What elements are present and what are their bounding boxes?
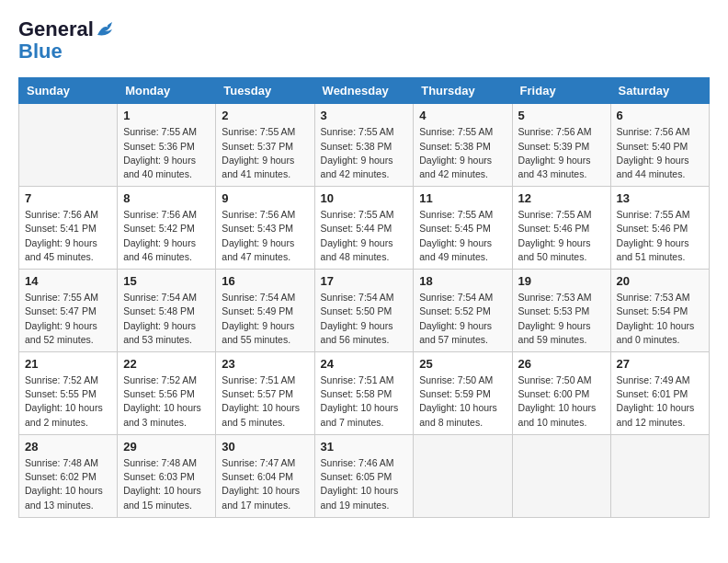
day-number: 24 bbox=[321, 357, 408, 371]
col-header-sunday: Sunday bbox=[19, 78, 118, 104]
day-info: Sunrise: 7:52 AM Sunset: 5:56 PM Dayligh… bbox=[123, 373, 210, 430]
col-header-friday: Friday bbox=[512, 78, 610, 104]
calendar-table: SundayMondayTuesdayWednesdayThursdayFrid… bbox=[18, 77, 710, 517]
week-row-5: 28Sunrise: 7:48 AM Sunset: 6:02 PM Dayli… bbox=[19, 434, 710, 517]
calendar-cell bbox=[19, 104, 118, 187]
day-number: 20 bbox=[617, 274, 703, 288]
day-info: Sunrise: 7:54 AM Sunset: 5:49 PM Dayligh… bbox=[222, 291, 308, 347]
calendar-cell: 12Sunrise: 7:55 AM Sunset: 5:46 PM Dayli… bbox=[512, 187, 610, 270]
day-number: 12 bbox=[518, 191, 605, 205]
day-info: Sunrise: 7:53 AM Sunset: 5:54 PM Dayligh… bbox=[617, 291, 703, 347]
day-info: Sunrise: 7:50 AM Sunset: 5:59 PM Dayligh… bbox=[419, 373, 506, 430]
day-number: 16 bbox=[222, 274, 308, 288]
day-info: Sunrise: 7:47 AM Sunset: 6:04 PM Dayligh… bbox=[222, 456, 308, 512]
day-info: Sunrise: 7:55 AM Sunset: 5:44 PM Dayligh… bbox=[321, 208, 408, 264]
calendar-cell: 7Sunrise: 7:56 AM Sunset: 5:41 PM Daylig… bbox=[19, 187, 118, 270]
calendar-cell: 2Sunrise: 7:55 AM Sunset: 5:37 PM Daylig… bbox=[216, 104, 314, 187]
day-info: Sunrise: 7:56 AM Sunset: 5:42 PM Dayligh… bbox=[123, 208, 210, 264]
day-info: Sunrise: 7:55 AM Sunset: 5:45 PM Dayligh… bbox=[419, 208, 506, 264]
day-info: Sunrise: 7:55 AM Sunset: 5:38 PM Dayligh… bbox=[321, 125, 408, 181]
calendar-cell: 27Sunrise: 7:49 AM Sunset: 6:01 PM Dayli… bbox=[610, 352, 709, 435]
day-info: Sunrise: 7:55 AM Sunset: 5:37 PM Dayligh… bbox=[222, 125, 308, 181]
day-number: 14 bbox=[25, 274, 111, 288]
col-header-thursday: Thursday bbox=[414, 78, 512, 104]
calendar-cell: 20Sunrise: 7:53 AM Sunset: 5:54 PM Dayli… bbox=[610, 270, 709, 352]
day-info: Sunrise: 7:55 AM Sunset: 5:38 PM Dayligh… bbox=[419, 125, 506, 181]
day-info: Sunrise: 7:54 AM Sunset: 5:48 PM Dayligh… bbox=[123, 291, 210, 347]
calendar-cell bbox=[512, 434, 610, 517]
day-number: 30 bbox=[222, 440, 308, 454]
calendar-cell: 15Sunrise: 7:54 AM Sunset: 5:48 PM Dayli… bbox=[118, 270, 216, 352]
day-info: Sunrise: 7:54 AM Sunset: 5:50 PM Dayligh… bbox=[321, 291, 408, 347]
day-info: Sunrise: 7:55 AM Sunset: 5:36 PM Dayligh… bbox=[123, 125, 210, 181]
day-info: Sunrise: 7:56 AM Sunset: 5:41 PM Dayligh… bbox=[25, 208, 111, 264]
day-number: 8 bbox=[123, 191, 210, 205]
day-number: 18 bbox=[419, 274, 506, 288]
week-row-3: 14Sunrise: 7:55 AM Sunset: 5:47 PM Dayli… bbox=[19, 270, 710, 352]
calendar-cell: 31Sunrise: 7:46 AM Sunset: 6:05 PM Dayli… bbox=[314, 434, 414, 517]
day-number: 17 bbox=[321, 274, 408, 288]
day-info: Sunrise: 7:55 AM Sunset: 5:46 PM Dayligh… bbox=[518, 208, 605, 264]
day-info: Sunrise: 7:53 AM Sunset: 5:53 PM Dayligh… bbox=[518, 291, 605, 347]
calendar-cell: 21Sunrise: 7:52 AM Sunset: 5:55 PM Dayli… bbox=[19, 352, 118, 435]
day-number: 31 bbox=[321, 440, 408, 454]
calendar-cell: 14Sunrise: 7:55 AM Sunset: 5:47 PM Dayli… bbox=[19, 270, 118, 352]
day-info: Sunrise: 7:51 AM Sunset: 5:57 PM Dayligh… bbox=[222, 373, 308, 430]
day-info: Sunrise: 7:46 AM Sunset: 6:05 PM Dayligh… bbox=[321, 456, 408, 512]
day-number: 28 bbox=[25, 440, 111, 454]
day-number: 25 bbox=[419, 357, 506, 371]
calendar-cell: 3Sunrise: 7:55 AM Sunset: 5:38 PM Daylig… bbox=[314, 104, 414, 187]
day-number: 13 bbox=[617, 191, 703, 205]
calendar-cell: 9Sunrise: 7:56 AM Sunset: 5:43 PM Daylig… bbox=[216, 187, 314, 270]
day-number: 26 bbox=[518, 357, 605, 371]
calendar-cell: 17Sunrise: 7:54 AM Sunset: 5:50 PM Dayli… bbox=[314, 270, 414, 352]
day-number: 7 bbox=[25, 191, 111, 205]
day-number: 15 bbox=[123, 274, 210, 288]
day-number: 19 bbox=[518, 274, 605, 288]
day-info: Sunrise: 7:51 AM Sunset: 5:58 PM Dayligh… bbox=[321, 373, 408, 430]
day-number: 23 bbox=[222, 357, 308, 371]
calendar-cell: 25Sunrise: 7:50 AM Sunset: 5:59 PM Dayli… bbox=[414, 352, 512, 435]
calendar-cell: 26Sunrise: 7:50 AM Sunset: 6:00 PM Dayli… bbox=[512, 352, 610, 435]
col-header-saturday: Saturday bbox=[610, 78, 709, 104]
col-header-tuesday: Tuesday bbox=[216, 78, 314, 104]
calendar-cell: 5Sunrise: 7:56 AM Sunset: 5:39 PM Daylig… bbox=[512, 104, 610, 187]
week-row-4: 21Sunrise: 7:52 AM Sunset: 5:55 PM Dayli… bbox=[19, 352, 710, 435]
week-row-1: 1Sunrise: 7:55 AM Sunset: 5:36 PM Daylig… bbox=[19, 104, 710, 187]
day-number: 27 bbox=[617, 357, 703, 371]
day-number: 10 bbox=[321, 191, 408, 205]
logo-text: General bbox=[18, 18, 116, 40]
day-info: Sunrise: 7:56 AM Sunset: 5:40 PM Dayligh… bbox=[617, 125, 703, 181]
day-number: 9 bbox=[222, 191, 308, 205]
col-header-wednesday: Wednesday bbox=[314, 78, 414, 104]
day-number: 22 bbox=[123, 357, 210, 371]
day-number: 3 bbox=[321, 109, 408, 122]
calendar-cell: 11Sunrise: 7:55 AM Sunset: 5:45 PM Dayli… bbox=[414, 187, 512, 270]
calendar-cell: 30Sunrise: 7:47 AM Sunset: 6:04 PM Dayli… bbox=[216, 434, 314, 517]
calendar-cell: 22Sunrise: 7:52 AM Sunset: 5:56 PM Dayli… bbox=[118, 352, 216, 435]
day-info: Sunrise: 7:52 AM Sunset: 5:55 PM Dayligh… bbox=[25, 373, 111, 430]
calendar-cell: 29Sunrise: 7:48 AM Sunset: 6:03 PM Dayli… bbox=[118, 434, 216, 517]
logo-bird-icon bbox=[96, 22, 116, 39]
day-info: Sunrise: 7:49 AM Sunset: 6:01 PM Dayligh… bbox=[617, 373, 703, 430]
day-number: 4 bbox=[419, 109, 506, 122]
calendar-cell: 16Sunrise: 7:54 AM Sunset: 5:49 PM Dayli… bbox=[216, 270, 314, 352]
page-header: General Blue bbox=[18, 18, 710, 63]
calendar-cell: 19Sunrise: 7:53 AM Sunset: 5:53 PM Dayli… bbox=[512, 270, 610, 352]
calendar-cell: 24Sunrise: 7:51 AM Sunset: 5:58 PM Dayli… bbox=[314, 352, 414, 435]
col-header-monday: Monday bbox=[118, 78, 216, 104]
logo-blue-text: Blue bbox=[18, 40, 116, 63]
day-info: Sunrise: 7:56 AM Sunset: 5:43 PM Dayligh… bbox=[222, 208, 308, 264]
day-number: 1 bbox=[123, 109, 210, 122]
week-row-2: 7Sunrise: 7:56 AM Sunset: 5:41 PM Daylig… bbox=[19, 187, 710, 270]
day-info: Sunrise: 7:48 AM Sunset: 6:03 PM Dayligh… bbox=[123, 456, 210, 512]
calendar-cell: 10Sunrise: 7:55 AM Sunset: 5:44 PM Dayli… bbox=[314, 187, 414, 270]
calendar-cell: 18Sunrise: 7:54 AM Sunset: 5:52 PM Dayli… bbox=[414, 270, 512, 352]
day-info: Sunrise: 7:48 AM Sunset: 6:02 PM Dayligh… bbox=[25, 456, 111, 512]
day-number: 11 bbox=[419, 191, 506, 205]
calendar-cell: 13Sunrise: 7:55 AM Sunset: 5:46 PM Dayli… bbox=[610, 187, 709, 270]
day-info: Sunrise: 7:56 AM Sunset: 5:39 PM Dayligh… bbox=[518, 125, 605, 181]
day-number: 6 bbox=[617, 109, 703, 122]
calendar-cell: 8Sunrise: 7:56 AM Sunset: 5:42 PM Daylig… bbox=[118, 187, 216, 270]
day-info: Sunrise: 7:54 AM Sunset: 5:52 PM Dayligh… bbox=[419, 291, 506, 347]
